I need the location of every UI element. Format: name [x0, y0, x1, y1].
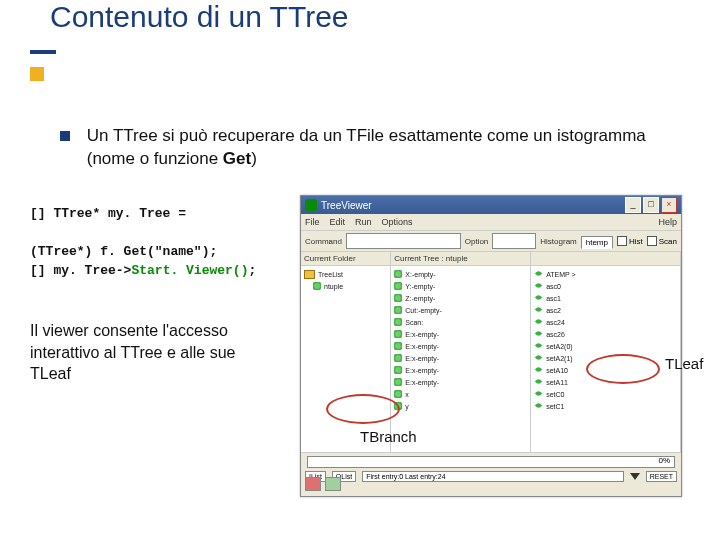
command-label: Command	[305, 237, 342, 246]
branch-row[interactable]: E:x-empty-	[393, 328, 528, 340]
branch-row[interactable]: E:x-empty-	[393, 352, 528, 364]
leaf-label: asc26	[546, 331, 565, 338]
code-line-1: [] TTree* my. Tree =	[30, 205, 290, 224]
menu-run[interactable]: Run	[355, 217, 372, 227]
leaf-row[interactable]: asc26	[533, 328, 678, 340]
branch-icon	[394, 390, 402, 398]
titlebar[interactable]: TreeViewer _ □ ×	[301, 196, 681, 214]
branch-icon	[394, 318, 402, 326]
scan-check-label: Scan	[659, 237, 677, 246]
leaf-icon	[534, 365, 543, 375]
code-l3c: ;	[248, 263, 256, 278]
leaf-row[interactable]: setA10	[533, 364, 678, 376]
leaf-row[interactable]: setC0	[533, 388, 678, 400]
branch-row[interactable]: y	[393, 400, 528, 412]
leaf-icon	[534, 305, 543, 315]
histogram-tab[interactable]: htemp	[581, 236, 613, 249]
entry-range: First entry:0 Last entry:24	[362, 471, 623, 482]
title-bullet-icon	[30, 67, 44, 81]
menu-file[interactable]: File	[305, 217, 320, 227]
bullet-get: Get	[223, 149, 251, 168]
branch-row[interactable]: Z:-empty-	[393, 292, 528, 304]
leaf-label: setA11	[546, 379, 568, 386]
leaf-label: ATEMP >	[546, 271, 576, 278]
leaf-row[interactable]: asc2	[533, 304, 678, 316]
leaf-row[interactable]: setA2(0)	[533, 340, 678, 352]
branch-row[interactable]: E:x-empty-	[393, 376, 528, 388]
branch-label: Z:-empty-	[405, 295, 435, 302]
slide-title-area	[30, 50, 56, 82]
option-input[interactable]	[492, 233, 536, 249]
branch-icon	[394, 366, 402, 374]
leaf-label: setC0	[546, 391, 564, 398]
code-line-3: [] my. Tree->Start. Viewer();	[30, 262, 290, 281]
branch-row[interactable]: Y:-empty-	[393, 280, 528, 292]
app-icon	[305, 199, 317, 211]
menu-help[interactable]: Help	[658, 217, 677, 227]
branch-annotation: TBranch	[360, 428, 417, 445]
command-input[interactable]	[346, 233, 461, 249]
stop-icon[interactable]	[325, 477, 341, 491]
branch-row[interactable]: X:-empty-	[393, 268, 528, 280]
minimize-button[interactable]: _	[625, 197, 641, 213]
menu-edit[interactable]: Edit	[330, 217, 346, 227]
branch-icon	[394, 282, 402, 290]
col3-header	[531, 252, 680, 266]
leaf-label: setA10	[546, 367, 568, 374]
leaf-row[interactable]: asc1	[533, 292, 678, 304]
leaf-row[interactable]: asc24	[533, 316, 678, 328]
reset-button[interactable]: RESET	[646, 471, 677, 482]
branch-row[interactable]: x	[393, 388, 528, 400]
window-title: TreeViewer	[317, 200, 625, 211]
branch-row[interactable]: Cut:-empty-	[393, 304, 528, 316]
leaf-icon	[534, 317, 543, 327]
leaf-icon	[534, 329, 543, 339]
hist-checkbox[interactable]: Hist	[617, 236, 643, 246]
folder-column: Current Folder TreeList ntuple	[301, 252, 391, 452]
branch-label: Y:-empty-	[405, 283, 435, 290]
branch-label: E:x-empty-	[405, 331, 439, 338]
leaf-row[interactable]: setA11	[533, 376, 678, 388]
branch-icon	[394, 378, 402, 386]
leaf-row[interactable]: ATEMP >	[533, 268, 678, 280]
branch-row[interactable]: Scan:	[393, 316, 528, 328]
toolbar: Command Option Histogram htemp Hist Scan	[301, 231, 681, 252]
branch-label: X:-empty-	[405, 271, 435, 278]
leaf-label: asc2	[546, 307, 561, 314]
progress-label: 0%	[658, 456, 670, 465]
branch-label: E:x-empty-	[405, 343, 439, 350]
folder-row[interactable]: TreeList	[303, 268, 388, 280]
code-line-2: (TTree*) f. Get("name");	[30, 243, 290, 262]
menu-options[interactable]: Options	[382, 217, 413, 227]
bottom-icons	[305, 477, 345, 491]
progress-bar: 0%	[307, 456, 675, 468]
bullet-text: Un TTree si può recuperare da un TFile e…	[87, 125, 647, 171]
bullet-icon	[60, 131, 70, 141]
leaf-row[interactable]: setC1	[533, 400, 678, 412]
leaf-row[interactable]: setA2(1)	[533, 352, 678, 364]
branch-label: x	[405, 391, 409, 398]
leaf-label: asc1	[546, 295, 561, 302]
tree-row[interactable]: ntuple	[303, 280, 388, 292]
code-block: [] TTree* my. Tree = (TTree*) f. Get("na…	[30, 205, 290, 280]
leaf-icon	[534, 341, 543, 351]
leaf-icon	[534, 269, 543, 279]
leaf-annotation: TLeaf	[665, 355, 703, 372]
maximize-button[interactable]: □	[643, 197, 659, 213]
leaf-row[interactable]: asc0	[533, 280, 678, 292]
title-overline	[30, 50, 56, 54]
scan-checkbox[interactable]: Scan	[647, 236, 677, 246]
bullet-part1: Un TTree si può recuperare da un TFile e…	[87, 126, 646, 168]
branch-label: E:x-empty-	[405, 355, 439, 362]
close-button[interactable]: ×	[661, 197, 677, 213]
leaf-icon	[534, 389, 543, 399]
tree-label: ntuple	[324, 283, 343, 290]
spin-down-icon[interactable]	[630, 473, 640, 480]
branch-row[interactable]: E:x-empty-	[393, 364, 528, 376]
draw-icon[interactable]	[305, 477, 321, 491]
leaf-label: setC1	[546, 403, 564, 410]
branch-row[interactable]: E:x-empty-	[393, 340, 528, 352]
branch-icon	[394, 354, 402, 362]
branch-label: E:x-empty-	[405, 379, 439, 386]
viewer-note: Il viewer consente l'accesso interattivo…	[30, 320, 260, 385]
